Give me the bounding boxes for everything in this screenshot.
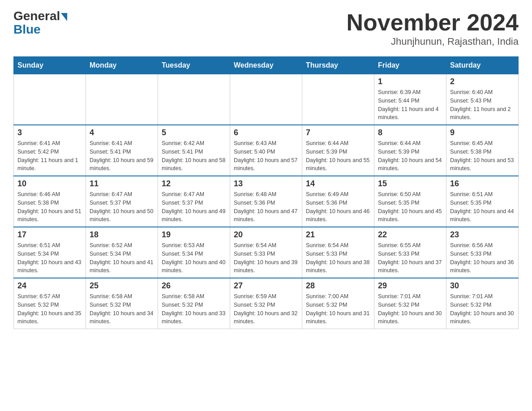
calendar-cell: 4Sunrise: 6:41 AMSunset: 5:41 PMDaylight… bbox=[86, 125, 158, 176]
day-info: Sunrise: 6:54 AMSunset: 5:33 PMDaylight:… bbox=[234, 241, 298, 275]
day-info: Sunrise: 7:01 AMSunset: 5:32 PMDaylight:… bbox=[450, 292, 515, 326]
calendar-cell: 17Sunrise: 6:51 AMSunset: 5:34 PMDayligh… bbox=[14, 227, 86, 278]
calendar-cell: 25Sunrise: 6:58 AMSunset: 5:32 PMDayligh… bbox=[86, 278, 158, 329]
day-number: 29 bbox=[378, 281, 442, 291]
calendar-cell: 27Sunrise: 6:59 AMSunset: 5:32 PMDayligh… bbox=[230, 278, 302, 329]
weekday-header-thursday: Thursday bbox=[302, 57, 374, 74]
calendar-cell bbox=[230, 74, 302, 125]
calendar-cell: 6Sunrise: 6:43 AMSunset: 5:40 PMDaylight… bbox=[230, 125, 302, 176]
day-number: 16 bbox=[450, 179, 515, 188]
day-number: 12 bbox=[162, 179, 226, 188]
calendar-cell: 18Sunrise: 6:52 AMSunset: 5:34 PMDayligh… bbox=[86, 227, 158, 278]
day-number: 21 bbox=[306, 230, 370, 240]
calendar-cell bbox=[302, 74, 374, 125]
weekday-header-saturday: Saturday bbox=[446, 57, 519, 74]
calendar-cell: 23Sunrise: 6:56 AMSunset: 5:33 PMDayligh… bbox=[446, 227, 519, 278]
page-header: General Blue November 2024 Jhunjhunun, R… bbox=[13, 9, 519, 47]
day-info: Sunrise: 6:57 AMSunset: 5:32 PMDaylight:… bbox=[17, 292, 82, 326]
calendar-cell: 28Sunrise: 7:00 AMSunset: 5:32 PMDayligh… bbox=[302, 278, 374, 329]
day-number: 14 bbox=[306, 179, 370, 188]
calendar-cell: 3Sunrise: 6:41 AMSunset: 5:42 PMDaylight… bbox=[14, 125, 86, 176]
day-info: Sunrise: 6:40 AMSunset: 5:43 PMDaylight:… bbox=[450, 88, 515, 122]
day-info: Sunrise: 6:41 AMSunset: 5:41 PMDaylight:… bbox=[90, 139, 154, 173]
calendar-cell: 13Sunrise: 6:48 AMSunset: 5:36 PMDayligh… bbox=[230, 176, 302, 227]
day-info: Sunrise: 6:44 AMSunset: 5:39 PMDaylight:… bbox=[306, 139, 370, 173]
day-number: 5 bbox=[162, 128, 226, 137]
day-number: 15 bbox=[378, 179, 442, 188]
day-info: Sunrise: 6:55 AMSunset: 5:33 PMDaylight:… bbox=[378, 241, 442, 275]
day-number: 8 bbox=[378, 128, 442, 137]
calendar-cell: 11Sunrise: 6:47 AMSunset: 5:37 PMDayligh… bbox=[86, 176, 158, 227]
day-info: Sunrise: 6:59 AMSunset: 5:32 PMDaylight:… bbox=[234, 292, 298, 326]
day-number: 17 bbox=[17, 230, 82, 240]
day-info: Sunrise: 6:48 AMSunset: 5:36 PMDaylight:… bbox=[234, 190, 298, 224]
calendar-cell: 19Sunrise: 6:53 AMSunset: 5:34 PMDayligh… bbox=[158, 227, 230, 278]
calendar-cell: 9Sunrise: 6:45 AMSunset: 5:38 PMDaylight… bbox=[446, 125, 519, 176]
day-number: 25 bbox=[90, 281, 154, 291]
calendar-cell: 15Sunrise: 6:50 AMSunset: 5:35 PMDayligh… bbox=[374, 176, 446, 227]
calendar-cell: 14Sunrise: 6:49 AMSunset: 5:36 PMDayligh… bbox=[302, 176, 374, 227]
day-info: Sunrise: 6:51 AMSunset: 5:35 PMDaylight:… bbox=[450, 190, 515, 224]
weekday-header-tuesday: Tuesday bbox=[158, 57, 230, 74]
day-info: Sunrise: 6:58 AMSunset: 5:32 PMDaylight:… bbox=[90, 292, 154, 326]
calendar-cell bbox=[14, 74, 86, 125]
calendar-week-row: 1Sunrise: 6:39 AMSunset: 5:44 PMDaylight… bbox=[14, 74, 519, 125]
day-info: Sunrise: 6:47 AMSunset: 5:37 PMDaylight:… bbox=[90, 190, 154, 224]
day-number: 7 bbox=[306, 128, 370, 137]
calendar-table: SundayMondayTuesdayWednesdayThursdayFrid… bbox=[13, 56, 519, 329]
day-info: Sunrise: 7:01 AMSunset: 5:32 PMDaylight:… bbox=[378, 292, 442, 326]
day-info: Sunrise: 7:00 AMSunset: 5:32 PMDaylight:… bbox=[306, 292, 370, 326]
month-title: November 2024 bbox=[347, 9, 519, 36]
weekday-header-wednesday: Wednesday bbox=[230, 57, 302, 74]
day-info: Sunrise: 6:42 AMSunset: 5:41 PMDaylight:… bbox=[162, 139, 226, 173]
logo-general-text: General bbox=[13, 9, 60, 23]
day-number: 3 bbox=[17, 128, 82, 137]
day-number: 24 bbox=[17, 281, 82, 291]
calendar-cell bbox=[158, 74, 230, 125]
calendar-cell: 7Sunrise: 6:44 AMSunset: 5:39 PMDaylight… bbox=[302, 125, 374, 176]
day-number: 2 bbox=[450, 77, 515, 86]
title-section: November 2024 Jhunjhunun, Rajasthan, Ind… bbox=[347, 9, 519, 47]
calendar-cell: 12Sunrise: 6:47 AMSunset: 5:37 PMDayligh… bbox=[158, 176, 230, 227]
calendar-cell: 8Sunrise: 6:44 AMSunset: 5:39 PMDaylight… bbox=[374, 125, 446, 176]
day-info: Sunrise: 6:56 AMSunset: 5:33 PMDaylight:… bbox=[450, 241, 515, 275]
day-number: 18 bbox=[90, 230, 154, 240]
day-number: 26 bbox=[162, 281, 226, 291]
day-number: 22 bbox=[378, 230, 442, 240]
logo-arrow-icon bbox=[61, 13, 67, 21]
day-info: Sunrise: 6:53 AMSunset: 5:34 PMDaylight:… bbox=[162, 241, 226, 275]
day-number: 30 bbox=[450, 281, 515, 291]
day-number: 20 bbox=[234, 230, 298, 240]
calendar-cell: 1Sunrise: 6:39 AMSunset: 5:44 PMDaylight… bbox=[374, 74, 446, 125]
day-info: Sunrise: 6:58 AMSunset: 5:32 PMDaylight:… bbox=[162, 292, 226, 326]
calendar-cell: 16Sunrise: 6:51 AMSunset: 5:35 PMDayligh… bbox=[446, 176, 519, 227]
day-info: Sunrise: 6:39 AMSunset: 5:44 PMDaylight:… bbox=[378, 88, 442, 122]
weekday-header-monday: Monday bbox=[86, 57, 158, 74]
day-info: Sunrise: 6:54 AMSunset: 5:33 PMDaylight:… bbox=[306, 241, 370, 275]
day-number: 9 bbox=[450, 128, 515, 137]
day-number: 28 bbox=[306, 281, 370, 291]
day-info: Sunrise: 6:43 AMSunset: 5:40 PMDaylight:… bbox=[234, 139, 298, 173]
day-number: 10 bbox=[17, 179, 82, 188]
day-number: 13 bbox=[234, 179, 298, 188]
day-info: Sunrise: 6:50 AMSunset: 5:35 PMDaylight:… bbox=[378, 190, 442, 224]
calendar-cell bbox=[86, 74, 158, 125]
calendar-week-row: 10Sunrise: 6:46 AMSunset: 5:38 PMDayligh… bbox=[14, 176, 519, 227]
calendar-week-row: 17Sunrise: 6:51 AMSunset: 5:34 PMDayligh… bbox=[14, 227, 519, 278]
day-info: Sunrise: 6:44 AMSunset: 5:39 PMDaylight:… bbox=[378, 139, 442, 173]
calendar-cell: 29Sunrise: 7:01 AMSunset: 5:32 PMDayligh… bbox=[374, 278, 446, 329]
calendar-cell: 26Sunrise: 6:58 AMSunset: 5:32 PMDayligh… bbox=[158, 278, 230, 329]
calendar-cell: 22Sunrise: 6:55 AMSunset: 5:33 PMDayligh… bbox=[374, 227, 446, 278]
day-number: 11 bbox=[90, 179, 154, 188]
day-number: 4 bbox=[90, 128, 154, 137]
calendar-week-row: 24Sunrise: 6:57 AMSunset: 5:32 PMDayligh… bbox=[14, 278, 519, 329]
day-number: 1 bbox=[378, 77, 442, 86]
calendar-week-row: 3Sunrise: 6:41 AMSunset: 5:42 PMDaylight… bbox=[14, 125, 519, 176]
day-info: Sunrise: 6:51 AMSunset: 5:34 PMDaylight:… bbox=[17, 241, 82, 275]
calendar-cell: 20Sunrise: 6:54 AMSunset: 5:33 PMDayligh… bbox=[230, 227, 302, 278]
weekday-header-sunday: Sunday bbox=[14, 57, 86, 74]
calendar-cell: 2Sunrise: 6:40 AMSunset: 5:43 PMDaylight… bbox=[446, 74, 519, 125]
day-info: Sunrise: 6:46 AMSunset: 5:38 PMDaylight:… bbox=[17, 190, 82, 224]
day-number: 6 bbox=[234, 128, 298, 137]
day-info: Sunrise: 6:47 AMSunset: 5:37 PMDaylight:… bbox=[162, 190, 226, 224]
